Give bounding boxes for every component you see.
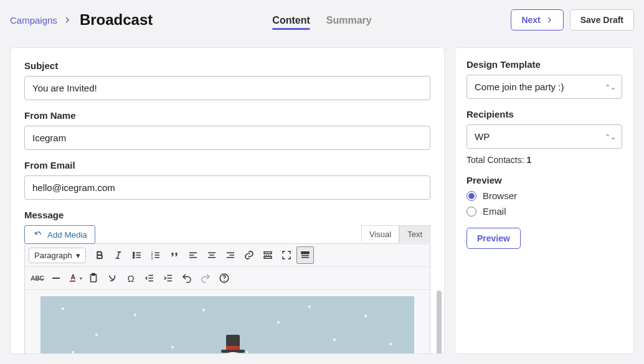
numbered-list-button[interactable]: 123	[147, 246, 164, 264]
from-name-label: From Name	[24, 110, 430, 121]
clear-formatting-button[interactable]	[103, 269, 121, 287]
add-media-label: Add Media	[47, 230, 87, 240]
snowman-hat-icon	[215, 331, 252, 354]
svg-rect-27	[264, 256, 272, 258]
preview-button[interactable]: Preview	[466, 228, 521, 249]
format-select[interactable]: Paragraph ▾	[29, 248, 86, 263]
page-title: Broadcast	[80, 11, 153, 29]
breadcrumb-campaigns-link[interactable]: Campaigns	[10, 15, 57, 26]
editor-tab-visual[interactable]: Visual	[361, 225, 399, 243]
from-name-field: From Name	[24, 110, 430, 150]
recipients-select[interactable]: WP	[466, 124, 622, 149]
paste-text-button[interactable]	[85, 269, 102, 287]
svg-point-4	[133, 252, 134, 253]
read-more-button[interactable]	[259, 246, 277, 264]
svg-point-5	[133, 254, 134, 256]
bullet-list-button[interactable]	[128, 246, 146, 264]
editor-mode-tabs: Visual Text	[361, 225, 430, 243]
bold-button[interactable]	[91, 246, 108, 264]
design-template-select[interactable]: Come join the party :)	[466, 75, 622, 99]
fullscreen-button[interactable]	[278, 246, 295, 264]
side-panel: Design Template Come join the party :) ⌃…	[455, 47, 634, 354]
horizontal-rule-button[interactable]	[47, 269, 65, 287]
subject-label: Subject	[24, 60, 430, 71]
radio-email[interactable]	[466, 207, 476, 217]
svg-rect-37	[92, 274, 95, 276]
next-button[interactable]: Next	[511, 9, 563, 30]
header-actions: Next Save Draft	[511, 9, 634, 30]
svg-rect-29	[304, 252, 306, 254]
tab-summary[interactable]: Summary	[326, 4, 372, 36]
recipients-label: Recipients	[466, 109, 622, 119]
subject-field: Subject	[24, 60, 430, 100]
breadcrumb: Campaigns Broadcast	[10, 11, 153, 29]
undo-button[interactable]	[178, 269, 196, 287]
step-tabs: Content Summary	[272, 4, 371, 36]
scrollbar[interactable]	[437, 291, 442, 354]
svg-text:3: 3	[151, 256, 153, 260]
blockquote-button[interactable]	[166, 246, 183, 264]
editor-canvas[interactable]	[31, 296, 424, 354]
editor-toolbar-row2: ABC A▾ Ω	[25, 267, 430, 290]
from-email-label: From Email	[24, 160, 430, 170]
recipients-field: Recipients WP ⌃⌄	[466, 109, 622, 149]
link-button[interactable]	[240, 246, 258, 264]
design-template-label: Design Template	[466, 59, 622, 70]
italic-button[interactable]	[110, 246, 127, 264]
editor-toolbar-row1: Paragraph ▾ 123	[25, 244, 430, 267]
preview-label: Preview	[466, 175, 622, 185]
svg-text:A: A	[70, 273, 75, 281]
svg-rect-25	[264, 252, 272, 254]
caret-down-icon: ▾	[76, 251, 80, 260]
toolbar-toggle-button[interactable]	[296, 246, 314, 264]
outdent-button[interactable]	[141, 269, 158, 287]
editor-tab-text[interactable]: Text	[399, 225, 430, 243]
align-left-button[interactable]	[184, 246, 202, 264]
from-name-input[interactable]	[24, 126, 430, 150]
message-label: Message	[24, 210, 430, 220]
svg-point-0	[35, 232, 37, 234]
text-color-button[interactable]: A▾	[66, 269, 83, 287]
align-center-button[interactable]	[203, 246, 220, 264]
wysiwyg-editor: Paragraph ▾ 123 AB	[24, 243, 430, 354]
radio-browser[interactable]	[466, 191, 476, 201]
svg-rect-28	[301, 252, 303, 254]
media-icon	[32, 230, 42, 240]
svg-point-45	[224, 280, 225, 281]
help-button[interactable]	[215, 269, 233, 287]
design-template-field: Design Template Come join the party :) ⌃…	[466, 59, 622, 99]
save-draft-button[interactable]: Save Draft	[570, 9, 634, 30]
svg-line-1	[117, 252, 119, 259]
special-char-button[interactable]: Ω	[122, 269, 140, 287]
align-right-button[interactable]	[222, 246, 239, 264]
main-panel: Subject From Name From Email Message Add…	[10, 47, 445, 354]
redo-button[interactable]	[197, 269, 214, 287]
indent-button[interactable]	[159, 269, 177, 287]
message-field: Message Add Media Visual Text Paragraph	[24, 210, 430, 354]
total-contacts-value: 1	[527, 155, 532, 165]
next-button-label: Next	[521, 15, 540, 25]
add-media-button[interactable]: Add Media	[24, 225, 95, 244]
svg-rect-47	[226, 346, 240, 350]
from-email-input[interactable]	[24, 175, 430, 200]
strikethrough-button[interactable]: ABC	[29, 269, 46, 287]
chevron-right-icon	[62, 15, 72, 25]
preview-option-email[interactable]: Email	[466, 206, 622, 217]
page-body: Subject From Name From Email Message Add…	[0, 40, 644, 364]
svg-rect-35	[70, 281, 75, 282]
email-content-preview	[40, 296, 414, 354]
preview-option-browser[interactable]: Browser	[466, 190, 622, 201]
total-contacts: Total Contacts: 1	[466, 155, 622, 165]
top-bar: Campaigns Broadcast Content Summary Next…	[0, 0, 644, 40]
svg-rect-30	[307, 252, 309, 254]
tab-content[interactable]: Content	[272, 4, 310, 36]
svg-point-6	[133, 257, 134, 258]
subject-input[interactable]	[24, 76, 430, 100]
chevron-right-icon	[546, 16, 553, 24]
from-email-field: From Email	[24, 160, 430, 200]
